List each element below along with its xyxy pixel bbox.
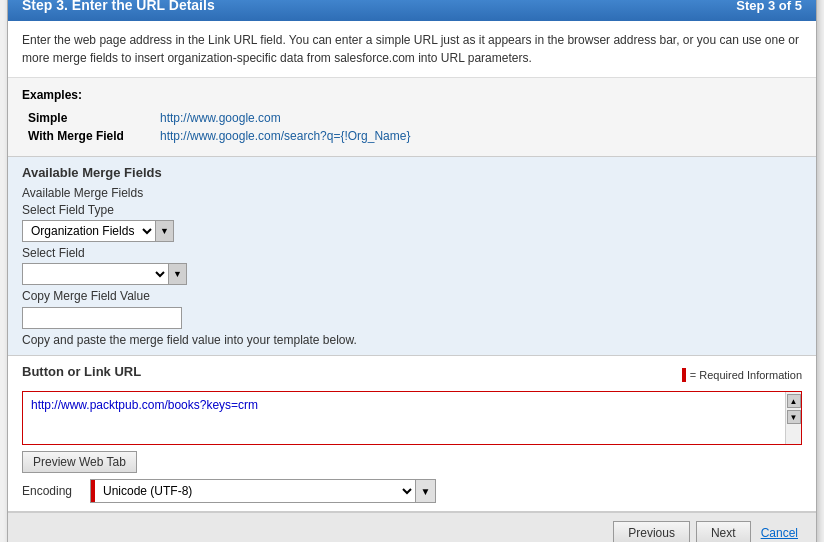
wizard-title: Step 3. Enter the URL Details: [22, 0, 215, 13]
field-type-select-wrapper[interactable]: Organization Fields User Fields Contact …: [22, 220, 174, 242]
select-field-select[interactable]: [23, 264, 168, 284]
required-text: = Required Information: [690, 369, 802, 381]
cancel-button[interactable]: Cancel: [757, 522, 802, 542]
url-section-title: Button or Link URL: [22, 364, 141, 379]
merge-fields-title: Available Merge Fields: [22, 165, 802, 180]
examples-table: Simple http://www.google.com With Merge …: [22, 108, 802, 146]
preview-web-tab-button[interactable]: Preview Web Tab: [22, 451, 137, 473]
previous-button[interactable]: Previous: [613, 521, 690, 542]
encoding-dropdown-arrow[interactable]: ▼: [415, 480, 435, 502]
copy-merge-input[interactable]: [22, 307, 182, 329]
select-field-dropdown-arrow[interactable]: ▼: [168, 264, 186, 284]
intro-section: Enter the web page address in the Link U…: [8, 21, 816, 78]
scroll-up-button[interactable]: ▲: [787, 394, 801, 408]
examples-section: Examples: Simple http://www.google.com W…: [8, 78, 816, 157]
required-info: = Required Information: [682, 368, 802, 382]
example-label-simple: Simple: [24, 110, 154, 126]
merge-note: Copy and paste the merge field value int…: [22, 333, 802, 347]
example-label-merge: With Merge Field: [24, 128, 154, 144]
example-row-simple: Simple http://www.google.com: [24, 110, 800, 126]
available-merge-label: Available Merge Fields: [22, 186, 802, 200]
intro-text: Enter the web page address in the Link U…: [22, 33, 799, 65]
example-value-simple: http://www.google.com: [156, 110, 800, 126]
example-value-merge: http://www.google.com/search?q={!Org_Nam…: [156, 128, 800, 144]
wizard-header: Step 3. Enter the URL Details Step 3 of …: [8, 0, 816, 21]
next-button[interactable]: Next: [696, 521, 751, 542]
url-textarea-container: http://www.packtpub.com/books?keys=crm ▲…: [22, 391, 802, 445]
wizard-container: Step 3. Enter the URL Details Step 3 of …: [7, 0, 817, 542]
merge-fields-section: Available Merge Fields Available Merge F…: [8, 157, 816, 356]
select-type-label: Select Field Type: [22, 203, 802, 217]
field-type-dropdown-arrow[interactable]: ▼: [155, 221, 173, 241]
wizard-step: Step 3 of 5: [736, 0, 802, 13]
encoding-row: Encoding Unicode (UTF-8) UTF-16 ISO-8859…: [22, 479, 802, 503]
scroll-down-button[interactable]: ▼: [787, 410, 801, 424]
preview-row: Preview Web Tab: [22, 451, 802, 473]
example-row-merge: With Merge Field http://www.google.com/s…: [24, 128, 800, 144]
url-section: Button or Link URL = Required Informatio…: [8, 356, 816, 512]
footer-section: Previous Next Cancel: [8, 512, 816, 542]
encoding-select[interactable]: Unicode (UTF-8) UTF-16 ISO-8859-1 UTF-32: [95, 481, 415, 501]
copy-merge-label: Copy Merge Field Value: [22, 289, 802, 303]
select-field-wrapper[interactable]: ▼: [22, 263, 187, 285]
field-type-select[interactable]: Organization Fields User Fields Contact …: [23, 221, 155, 241]
url-scrollbar[interactable]: ▲ ▼: [785, 392, 801, 444]
url-textarea[interactable]: http://www.packtpub.com/books?keys=crm: [23, 392, 785, 444]
examples-title: Examples:: [22, 88, 802, 102]
encoding-select-container[interactable]: Unicode (UTF-8) UTF-16 ISO-8859-1 UTF-32…: [90, 479, 436, 503]
select-field-label: Select Field: [22, 246, 802, 260]
required-bar-icon: [682, 368, 686, 382]
encoding-label: Encoding: [22, 484, 82, 498]
